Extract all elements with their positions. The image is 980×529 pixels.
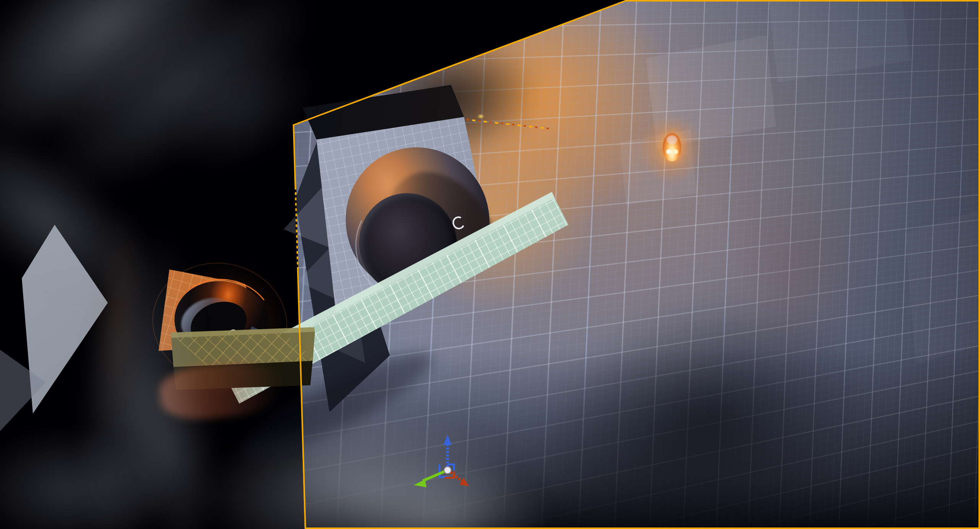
guide-sprite-glyph <box>477 114 485 119</box>
transform-gizmo[interactable] <box>404 420 493 504</box>
gizmo-z-arrowhead-icon[interactable] <box>443 435 452 445</box>
gizmo-center-handle[interactable] <box>444 467 451 474</box>
gizmo-x-arrowhead-icon[interactable] <box>459 478 469 486</box>
bulb-light-actor[interactable] <box>663 133 681 161</box>
gizmo-y-arrowhead-icon[interactable] <box>414 480 427 487</box>
viewport-3d[interactable] <box>0 0 980 529</box>
gizmo-y-axis[interactable] <box>423 470 448 481</box>
